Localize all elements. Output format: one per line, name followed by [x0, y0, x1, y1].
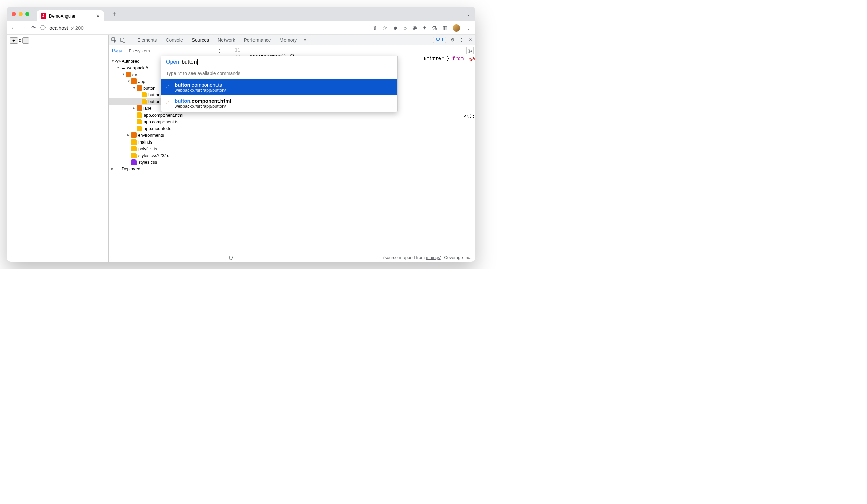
device-toolbar-icon[interactable]	[120, 37, 125, 43]
issues-button[interactable]: 🗨 1	[433, 37, 446, 43]
tab-close-button[interactable]: ✕	[96, 13, 100, 19]
new-tab-button[interactable]: +	[112, 10, 116, 18]
tab-sources[interactable]: Sources	[188, 35, 213, 45]
editor-statusbar: {} (source mapped from main.js) Coverage…	[225, 253, 475, 262]
file-icon	[142, 99, 147, 104]
rendered-page: + 0 -	[7, 35, 108, 262]
tree-env[interactable]: ▶environments	[108, 132, 225, 139]
traffic-lights	[12, 12, 29, 16]
code-icon: </>	[115, 58, 120, 64]
folder-icon	[131, 132, 137, 138]
tree-app-ts[interactable]: app.component.ts	[108, 118, 225, 125]
extensions-icon[interactable]: ✦	[422, 25, 427, 31]
reload-button[interactable]: ⟳	[31, 25, 36, 31]
minimize-window-button[interactable]	[19, 12, 23, 16]
bookmark-icon[interactable]: ☆	[382, 25, 387, 31]
tab-console[interactable]: Console	[161, 35, 187, 45]
tabs-menu-button[interactable]: ⌄	[467, 12, 470, 17]
forward-button[interactable]: →	[21, 25, 26, 31]
browser-tab[interactable]: A DemoAngular ✕	[37, 10, 104, 21]
show-debugger-button[interactable]: ▯◂	[466, 47, 474, 54]
url-port: :4200	[71, 25, 84, 31]
counter-controls: + 0 -	[10, 37, 105, 44]
navigator-more-button[interactable]: ⋮	[217, 48, 225, 53]
tree-main[interactable]: main.ts	[108, 139, 225, 145]
address-bar: ← → ⟳ ⓘ localhost:4200 ⇧ ☆ ☻ ⌕ ◉ ✦ ⚗ ▥ ⋮	[7, 21, 475, 35]
decrement-button[interactable]: -	[22, 37, 29, 44]
tree-polyfills[interactable]: polyfills.ts	[108, 145, 225, 152]
code-fragment-top: Emitter } from '@a	[424, 56, 475, 61]
quick-open-result-1[interactable]: ◦ button.component.html webpack:///src/a…	[161, 95, 397, 111]
file-icon	[137, 126, 142, 131]
quick-open-result-0[interactable]: ◦ button.component.ts webpack:///src/app…	[161, 79, 397, 95]
content-area: + 0 - Elements Console Sources Ne	[7, 35, 475, 262]
navigator-tab-page[interactable]: Page	[108, 45, 125, 56]
tree-app-html[interactable]: app.component.html	[108, 111, 225, 118]
extension-icon-2[interactable]: ⌕	[404, 25, 407, 31]
tree-app-module[interactable]: app.module.ts	[108, 125, 225, 132]
url-host: localhost	[48, 25, 68, 31]
tab-elements[interactable]: Elements	[133, 35, 161, 45]
code-fragment-mid: >();	[463, 113, 475, 118]
counter-value: 0	[19, 38, 21, 43]
sources-panes: Page Filesystem ⋮ ▼</>Authored ▼☁webpack…	[108, 45, 475, 262]
back-button[interactable]: ←	[11, 25, 17, 31]
labs-icon[interactable]: ⚗	[432, 25, 437, 31]
folder-icon	[137, 106, 142, 111]
file-icon	[131, 139, 137, 144]
file-icon	[131, 146, 137, 151]
side-panel-icon[interactable]: ▥	[442, 25, 447, 31]
quick-open-dialog: Open button Type '?' to see available co…	[161, 56, 398, 112]
deployed-icon: ❒	[115, 166, 120, 172]
source-map-info: (source mapped from main.js)	[383, 255, 442, 260]
toolbar-actions: ⇧ ☆ ☻ ⌕ ◉ ✦ ⚗ ▥ ⋮	[373, 24, 471, 32]
settings-icon[interactable]: ⚙	[451, 37, 455, 42]
more-tabs-button[interactable]: »	[301, 37, 309, 42]
source-map-link[interactable]: main.js	[426, 255, 440, 260]
file-icon	[142, 92, 147, 97]
quick-open-hint: Type '?' to see available commands	[161, 68, 397, 79]
cloud-icon: ☁	[120, 65, 126, 70]
navigator-tab-filesystem[interactable]: Filesystem	[125, 45, 153, 56]
folder-icon	[131, 78, 137, 84]
tab-network[interactable]: Network	[214, 35, 239, 45]
tree-styles[interactable]: styles.css	[108, 159, 225, 165]
file-icon	[131, 153, 137, 158]
close-window-button[interactable]	[12, 12, 16, 16]
tab-performance[interactable]: Performance	[240, 35, 275, 45]
file-icon	[131, 160, 137, 165]
navigator-tabs: Page Filesystem ⋮	[108, 45, 225, 56]
titlebar: A DemoAngular ✕ + ⌄	[7, 7, 475, 21]
devtools-menu-button[interactable]: ⋮	[459, 37, 464, 42]
tree-deployed[interactable]: ▶❒Deployed	[108, 165, 225, 172]
quick-open-input-row: Open button	[161, 56, 397, 68]
devtools-close-button[interactable]: ✕	[469, 37, 472, 42]
folder-icon	[137, 85, 142, 91]
url-field[interactable]: ⓘ localhost:4200	[41, 25, 84, 31]
quick-open-input[interactable]: button	[182, 59, 197, 65]
quick-open-prompt: Open	[166, 59, 179, 65]
folder-icon	[126, 72, 131, 77]
chrome-menu-button[interactable]: ⋮	[465, 25, 471, 31]
file-icon	[137, 119, 142, 124]
browser-window: A DemoAngular ✕ + ⌄ ← → ⟳ ⓘ localhost:42…	[7, 7, 475, 262]
issues-icon: 🗨	[436, 37, 440, 42]
site-info-icon[interactable]: ⓘ	[41, 25, 45, 31]
issues-count: 1	[441, 37, 443, 42]
tree-styles-q[interactable]: styles.css?231c	[108, 152, 225, 159]
file-icon	[137, 112, 142, 118]
profile-avatar[interactable]	[453, 24, 460, 32]
tab-memory[interactable]: Memory	[276, 35, 301, 45]
extension-icon-3[interactable]: ◉	[412, 25, 417, 31]
inspect-element-icon[interactable]	[111, 37, 117, 43]
share-icon[interactable]: ⇧	[373, 25, 377, 31]
tab-title: DemoAngular	[49, 13, 76, 19]
script-file-icon: ◦	[166, 99, 171, 104]
increment-button[interactable]: +	[10, 37, 18, 44]
coverage-info: Coverage: n/a	[444, 255, 472, 260]
svg-rect-2	[123, 39, 125, 42]
script-file-icon: ◦	[166, 83, 171, 88]
maximize-window-button[interactable]	[25, 12, 29, 16]
extension-icon-1[interactable]: ☻	[392, 25, 398, 31]
pretty-print-button[interactable]: {}	[228, 255, 234, 260]
